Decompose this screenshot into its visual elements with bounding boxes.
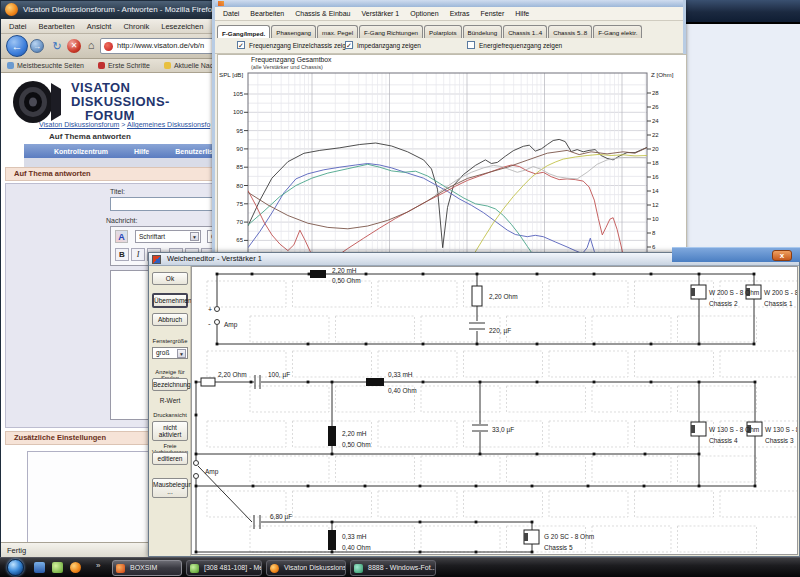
checkbox-item[interactable]: Energiefrequenzgang zeigen: [467, 41, 562, 49]
tab-f-gang-richtungen[interactable]: F-Gang Richtungen: [359, 25, 423, 38]
breadcrumb: Visaton Diskussionsforum > Allgemeines D…: [39, 121, 210, 128]
taskbar-button-label: [308 481-108] - Mes...: [204, 564, 262, 571]
forward-button[interactable]: →: [30, 39, 44, 53]
browser-menu-datei[interactable]: Datei: [9, 22, 27, 31]
svg-text:20: 20: [652, 146, 659, 152]
status-text: Fertig: [7, 546, 26, 555]
chart-menu-datei[interactable]: Datei: [223, 10, 239, 17]
nachricht-label: Nachricht:: [106, 217, 138, 224]
component-label: 0,50 Ohm: [332, 277, 361, 284]
checkbox-checked[interactable]: ✓: [237, 41, 245, 49]
desktop-icon[interactable]: [34, 562, 45, 573]
weicheneditor-window: Weicheneditor - Verstärker 1 Ok Übernehm…: [148, 252, 800, 557]
close-icon[interactable]: x: [772, 250, 792, 261]
messenger-icon[interactable]: [52, 562, 63, 573]
taskbar-button-3[interactable]: Visaton Diskussionsf...: [266, 560, 346, 576]
abbruch-button[interactable]: Abbruch: [152, 313, 188, 326]
chart-menu-extras[interactable]: Extras: [450, 10, 470, 17]
chart-series: [248, 148, 647, 229]
reload-button[interactable]: ↻: [50, 39, 64, 53]
visaton-logo: VISATON DISKUSSIONS- FORUM: [11, 79, 170, 125]
amp-terminal: [215, 320, 220, 325]
chart-menu-fenster[interactable]: Fenster: [480, 10, 504, 17]
chart-menu-chassis-einbau[interactable]: Chassis & Einbau: [295, 10, 350, 17]
resistor-symbol[interactable]: [472, 286, 482, 306]
bookmark-item[interactable]: Meistbesuchte Seiten: [7, 62, 84, 69]
component-label: Chassis 4: [709, 437, 738, 444]
font-select[interactable]: Schriftart ▼: [135, 230, 201, 243]
svg-text:65: 65: [236, 237, 243, 243]
component-label: W 130 S - 8 Ohm: [709, 426, 759, 433]
tab-b-ndelung[interactable]: Bündelung: [463, 25, 503, 38]
inductor-symbol[interactable]: [366, 378, 384, 386]
bookmark-icon: [7, 62, 14, 69]
tab-f-gang-elektr-[interactable]: F-Gang elektr.: [593, 25, 642, 38]
tab-max-pegel[interactable]: max. Pegel: [317, 25, 358, 38]
browser-menu-lesezeichen[interactable]: Lesezeichen: [161, 22, 203, 31]
inductor-symbol[interactable]: [328, 530, 336, 550]
checkbox-item[interactable]: ✓Impedanzgang zeigen: [345, 41, 421, 49]
nicht-aktiviert-button[interactable]: nicht aktiviert: [152, 421, 188, 441]
browser-menu-chronik[interactable]: Chronik: [123, 22, 149, 31]
browser-menu-ansicht[interactable]: Ansicht: [87, 22, 112, 31]
mausbelegung-button[interactable]: Mausbelegung ...: [152, 478, 188, 498]
component-label: Amp: [224, 321, 238, 329]
firefox-icon[interactable]: [70, 562, 81, 573]
chart-menu-optionen[interactable]: Optionen: [410, 10, 438, 17]
taskbar-button-label: 8888 - Windows-Fot...: [368, 564, 436, 571]
speaker-symbol[interactable]: [691, 285, 706, 299]
taskbar-button-4[interactable]: 8888 - Windows-Fot...: [350, 560, 436, 576]
photo-icon: [354, 564, 363, 573]
editor-title: Weicheneditor - Verstärker 1: [167, 254, 262, 263]
inductor-symbol[interactable]: [310, 270, 326, 278]
chart-menu-hilfe[interactable]: Hilfe: [515, 10, 529, 17]
circuit-canvas[interactable]: +-+-AmpAmp2,20 mH0,50 Ohm2,20 Ohm220, µF…: [191, 266, 798, 555]
home-button[interactable]: ⌂: [84, 38, 98, 53]
speaker-symbol[interactable]: [524, 530, 539, 544]
browser-menu-bearbeiten[interactable]: Bearbeiten: [39, 22, 75, 31]
desktop: Visaton Diskussionsforum - Antworten - M…: [0, 0, 800, 577]
tab-polarplots[interactable]: Polarplots: [424, 25, 462, 38]
uebernehmen-button[interactable]: Übernehmen: [152, 293, 188, 308]
breadcrumb-link-board[interactable]: Allgemeines Diskussionsfo: [127, 121, 210, 128]
tab-chassis-5-8[interactable]: Chassis 5..8: [548, 25, 592, 38]
tab-f-gang-imped-[interactable]: F-Gang/Imped.: [217, 25, 270, 39]
svg-text:12: 12: [652, 202, 659, 208]
checkbox-checked[interactable]: ✓: [345, 41, 353, 49]
tab-phasengang[interactable]: Phasengang: [271, 25, 316, 38]
breadcrumb-link-forum[interactable]: Visaton Diskussionsforum: [39, 121, 119, 128]
breadcrumb-current: Auf Thema antworten: [49, 132, 131, 141]
tab-chassis-1-4[interactable]: Chassis 1..4: [503, 25, 547, 38]
stop-button[interactable]: ✕: [67, 39, 81, 53]
editieren-button[interactable]: editieren: [152, 452, 188, 465]
ok-button[interactable]: Ok: [152, 272, 188, 285]
taskbar-button-2[interactable]: [308 481-108] - Mes...: [186, 560, 262, 576]
forum-nav-kontrollzentrum[interactable]: Kontrollzentrum: [54, 148, 108, 155]
quicklaunch-overflow-chevron[interactable]: »: [96, 561, 100, 570]
speaker-symbol[interactable]: [691, 422, 706, 436]
crossover-circuit[interactable]: +-+-AmpAmp2,20 mH0,50 Ohm2,20 Ohm220, µF…: [192, 267, 798, 555]
inductor-symbol[interactable]: [328, 426, 336, 446]
svg-text:SPL [dB]: SPL [dB]: [219, 71, 243, 78]
bold-button[interactable]: B: [115, 248, 129, 261]
svg-text:105: 105: [233, 91, 244, 97]
bezeichnung-button[interactable]: Bezeichnung: [152, 378, 188, 391]
back-button[interactable]: ←: [6, 35, 28, 57]
fenstergroesse-select[interactable]: groß ▼: [152, 347, 188, 359]
chevron-down-icon[interactable]: ▼: [177, 349, 186, 358]
checkbox-unchecked[interactable]: [467, 41, 475, 49]
r-wert-label[interactable]: R-Wert: [149, 397, 191, 404]
chart-window-title-strip[interactable]: [215, 0, 683, 7]
resistor-symbol[interactable]: [201, 378, 215, 386]
component-label: +: [208, 306, 212, 313]
checkbox-item[interactable]: ✓Frequenzgang Einzelchassis zeigen: [237, 41, 353, 49]
start-button[interactable]: [7, 559, 24, 576]
chevron-down-icon[interactable]: ▼: [190, 232, 199, 241]
bookmark-item[interactable]: Erste Schritte: [98, 62, 150, 69]
taskbar-button-1[interactable]: BOXSIM: [112, 560, 182, 576]
forum-nav-hilfe[interactable]: Hilfe: [134, 148, 149, 155]
font-color-icon[interactable]: A: [115, 230, 128, 243]
italic-button[interactable]: I: [131, 248, 145, 261]
chart-menu-bearbeiten[interactable]: Bearbeiten: [250, 10, 284, 17]
chart-menu-verst-rker-1[interactable]: Verstärker 1: [361, 10, 399, 17]
